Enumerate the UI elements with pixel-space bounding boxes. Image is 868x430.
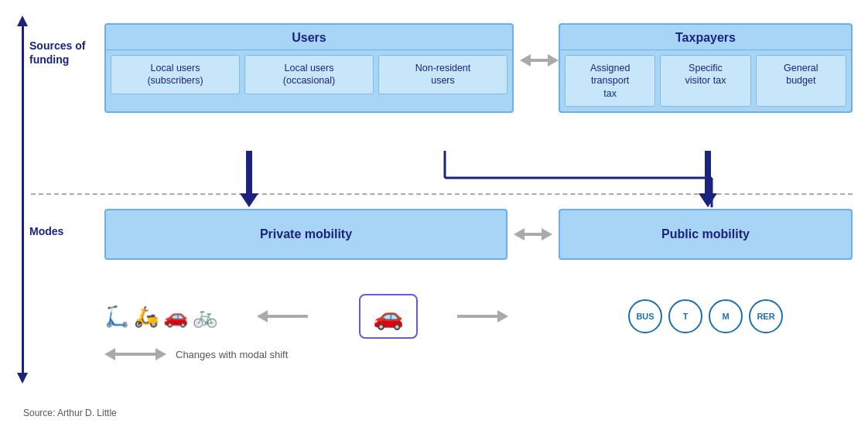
dashed-separator xyxy=(31,193,853,195)
dark-arrow-line-right xyxy=(705,151,711,193)
icons-gray-shaft-right xyxy=(457,315,497,318)
taxpayer-cell-2: Generalbudget xyxy=(756,55,846,107)
gray-arrowhead-left-icon xyxy=(520,54,531,67)
users-header: Users xyxy=(106,25,512,50)
highlighted-car: 🚗 xyxy=(359,294,418,339)
dark-arrow-down-left xyxy=(240,151,258,207)
user-cell-1: Local users(occasional) xyxy=(244,55,374,94)
icons-right-arrow xyxy=(457,310,519,322)
users-taxpayers-arrow xyxy=(520,15,559,105)
arrow-down-icon xyxy=(17,373,28,384)
gray-arrowhead-right-icon xyxy=(548,54,559,67)
taxpayers-header: Taxpayers xyxy=(560,25,851,50)
left-vertical-arrow xyxy=(17,15,28,384)
icons-gray-shaft-left xyxy=(268,315,308,318)
taxpayers-subcells: Assignedtransporttax Specificvisitor tax… xyxy=(560,50,851,111)
transport-icons-left: 🛴 🛵 🚗 🚲 xyxy=(104,305,217,329)
mobility-gray-right-icon xyxy=(542,228,552,241)
users-subcells: Local users(subscribers) Local users(occ… xyxy=(106,50,512,99)
diagram-container: Sources of funding Modes Users Local use… xyxy=(0,0,868,430)
down-arrow-right xyxy=(699,151,717,207)
dark-arrow-down-right xyxy=(699,151,717,207)
scooter-icon: 🛴 xyxy=(104,305,129,329)
user-cell-0: Local users(subscribers) xyxy=(111,55,240,94)
mobility-gray-left-icon xyxy=(514,228,525,241)
rer-badge: RER xyxy=(749,299,783,333)
legend-arrow-left-icon xyxy=(104,348,115,360)
public-mobility-block: Public mobility xyxy=(559,209,853,260)
legend-arrow-right-icon xyxy=(155,348,166,360)
private-mobility-label: Private mobility xyxy=(260,227,352,241)
dark-arrow-line-left xyxy=(246,151,252,193)
tram-badge: T xyxy=(668,299,702,333)
legend-label: Changes with modal shift xyxy=(176,349,288,360)
taxpayers-block: Taxpayers Assignedtransporttax Specificv… xyxy=(559,23,853,113)
mobility-gray-shaft xyxy=(525,233,542,236)
legend: Changes with modal shift xyxy=(104,348,288,360)
gray-arrow-shaft xyxy=(531,59,548,62)
icons-gray-right-icon xyxy=(497,310,508,322)
arrow-up-icon xyxy=(17,15,28,26)
down-arrow-left xyxy=(240,151,258,207)
dark-arrow-head-right xyxy=(699,193,717,207)
private-mobility-block: Private mobility xyxy=(104,209,507,260)
legend-arrow-shaft xyxy=(115,353,155,356)
bus-badge: BUS xyxy=(628,299,662,333)
icons-left-arrow xyxy=(257,310,319,322)
transport-icons-right: BUS T M RER xyxy=(559,299,853,333)
user-cell-2: Non-residentusers xyxy=(378,55,507,94)
icons-row: 🛴 🛵 🚗 🚲 🚗 BUS T M RER xyxy=(104,294,853,339)
bicycle-icon: 🚲 xyxy=(193,305,217,329)
users-block: Users Local users(subscribers) Local use… xyxy=(104,23,514,113)
icons-gray-left-icon xyxy=(257,310,268,322)
modes-label: Modes xyxy=(29,224,99,238)
source-text: Source: Arthur D. Little xyxy=(23,408,117,418)
bottom-section: Private mobility Public mobility xyxy=(104,209,853,260)
dark-arrow-head-left xyxy=(240,193,258,207)
metro-badge: M xyxy=(709,299,743,333)
arrow-line xyxy=(22,26,24,373)
highlighted-car-icon: 🚗 xyxy=(373,302,404,331)
taxpayer-cell-1: Specificvisitor tax xyxy=(660,55,750,107)
public-mobility-label: Public mobility xyxy=(661,227,750,241)
sources-label: Sources of funding xyxy=(29,39,99,67)
legend-arrow xyxy=(104,348,166,360)
car-icon: 🚗 xyxy=(163,305,188,329)
top-section: Users Local users(subscribers) Local use… xyxy=(104,23,853,113)
moped-icon: 🛵 xyxy=(134,305,159,329)
mobility-arrow xyxy=(514,209,552,260)
taxpayer-cell-0: Assignedtransporttax xyxy=(565,55,655,107)
